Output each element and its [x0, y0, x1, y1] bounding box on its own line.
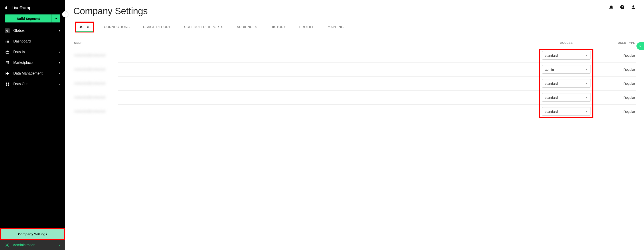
administration-label: Administration: [13, 243, 35, 247]
user-cell: redacted@redacted: [74, 81, 533, 85]
svg-point-16: [8, 83, 9, 84]
brand-logo: /L: [5, 5, 8, 11]
user-cell: redacted@redacted: [74, 53, 533, 57]
sidebar-item-data-in[interactable]: Data In ▾: [0, 47, 65, 57]
svg-point-17: [6, 85, 7, 86]
chevron-down-icon: ▾: [59, 61, 60, 64]
sidebar-nav: G Globex ▾ Dashboard Data In ▾: [0, 26, 65, 89]
access-select[interactable]: standard▼: [542, 107, 591, 116]
table-header: USER ACCESS USER TYPE: [73, 41, 636, 47]
tab-scheduled-reports[interactable]: SCHEDULED REPORTS: [181, 23, 226, 31]
table-row: redacted@redactedstandard▼Regular: [73, 90, 636, 104]
caret-down-icon: ▾: [55, 17, 57, 21]
user-type-cell: Regular: [600, 54, 635, 57]
svg-text:?: ?: [621, 6, 623, 9]
tab-users[interactable]: USERS: [76, 23, 93, 31]
svg-rect-11: [6, 72, 7, 73]
sidebar-item-administration[interactable]: Administration ▾: [0, 240, 65, 250]
sidebar-item-label: Data Out: [13, 82, 28, 86]
svg-rect-13: [6, 74, 7, 75]
column-header-user-type: USER TYPE: [600, 41, 635, 45]
sidebar-item-company-settings[interactable]: Company Settings: [0, 228, 65, 240]
tab-history[interactable]: HISTORY: [268, 23, 289, 31]
sidebar-item-data-out[interactable]: Data Out ▾: [0, 79, 65, 89]
build-segment-label[interactable]: Build Segment: [5, 15, 52, 23]
user-type-cell: Regular: [600, 68, 635, 71]
caret-down-icon: ▼: [585, 96, 588, 99]
main-content: ? Company Settings USERSCONNECTIONSUSAGE…: [65, 0, 644, 250]
sidebar-item-label: Data Management: [13, 71, 42, 75]
svg-point-2: [8, 40, 9, 40]
user-cell: redacted@redacted: [74, 109, 533, 113]
chevron-down-icon: ▾: [59, 72, 60, 75]
svg-point-1: [7, 40, 8, 40]
chevron-down-icon: ▾: [59, 51, 60, 54]
user-icon[interactable]: [631, 5, 636, 10]
topbar: ?: [608, 5, 636, 10]
bolt-icon: [638, 44, 642, 48]
gear-icon: [5, 243, 9, 247]
build-segment-dropdown[interactable]: ▾: [52, 15, 60, 23]
svg-point-3: [6, 41, 6, 42]
svg-point-6: [6, 42, 6, 43]
quick-action-fab[interactable]: [636, 42, 644, 50]
sidebar-item-dashboard[interactable]: Dashboard: [0, 36, 65, 47]
access-select[interactable]: standard▼: [542, 79, 591, 88]
svg-point-7: [7, 42, 8, 43]
table-row: redacted@redactedstandard▼Regular: [73, 104, 636, 118]
chevron-down-icon: ▾: [59, 243, 60, 247]
svg-point-8: [8, 42, 9, 43]
caret-down-icon: ▼: [585, 54, 588, 57]
svg-point-18: [8, 85, 9, 86]
sidebar-item-label: Data In: [13, 50, 25, 54]
sidebar-item-data-management[interactable]: Data Management ▾: [0, 68, 65, 78]
tabs: USERSCONNECTIONSUSAGE REPORTSCHEDULED RE…: [73, 23, 636, 31]
column-header-access: ACCESS: [538, 41, 595, 45]
access-value: standard: [545, 96, 558, 99]
svg-point-0: [6, 40, 6, 40]
access-select[interactable]: standard▼: [542, 51, 591, 60]
svg-point-22: [632, 5, 634, 7]
user-type-cell: Regular: [600, 110, 635, 113]
org-avatar: G: [5, 28, 10, 33]
user-type-cell: Regular: [600, 96, 635, 99]
tab-audiences[interactable]: AUDIENCES: [234, 23, 260, 31]
sidebar-item-org[interactable]: G Globex ▾: [0, 26, 65, 36]
chevron-down-icon: ▾: [59, 29, 60, 32]
svg-rect-12: [8, 72, 9, 73]
brand: /L LiveRamp: [0, 0, 65, 15]
help-icon[interactable]: ?: [620, 5, 625, 10]
tab-mapping[interactable]: MAPPING: [325, 23, 346, 31]
share-icon: [5, 82, 10, 86]
layout-icon: [5, 71, 10, 76]
user-cell: redacted@redacted: [74, 95, 533, 99]
caret-down-icon: ▼: [585, 68, 588, 71]
tab-profile[interactable]: PROFILE: [297, 23, 317, 31]
grid-icon: [5, 39, 10, 44]
brand-name: LiveRamp: [12, 5, 32, 11]
svg-point-19: [7, 245, 8, 246]
access-select[interactable]: admin▼: [542, 65, 591, 74]
access-select[interactable]: standard▼: [542, 93, 591, 102]
user-cell: redacted@redacted: [74, 67, 533, 71]
access-value: standard: [545, 54, 558, 57]
sidebar-item-marketplace[interactable]: Marketplace ▾: [0, 58, 65, 68]
table-row: redacted@redactedadmin▼Regular: [73, 63, 636, 76]
org-name: Globex: [13, 29, 25, 33]
bell-icon[interactable]: [608, 5, 614, 10]
build-segment-button[interactable]: Build Segment ▾: [5, 15, 60, 23]
store-icon: [5, 60, 10, 65]
column-header-user: USER: [74, 41, 533, 45]
table-row: redacted@redactedstandard▼Regular: [73, 49, 636, 62]
tab-usage-report[interactable]: USAGE REPORT: [140, 23, 174, 31]
sidebar-item-label: Dashboard: [13, 39, 30, 43]
svg-point-5: [8, 41, 9, 42]
access-value: standard: [545, 82, 558, 85]
table-divider: [73, 47, 636, 47]
caret-down-icon: ▼: [585, 110, 588, 113]
caret-down-icon: ▼: [585, 82, 588, 85]
tab-connections[interactable]: CONNECTIONS: [101, 23, 132, 31]
user-type-cell: Regular: [600, 82, 635, 85]
sidebar-item-label: Marketplace: [13, 61, 32, 65]
sidebar: /L LiveRamp Build Segment ▾ G Globex ▾: [0, 0, 65, 250]
